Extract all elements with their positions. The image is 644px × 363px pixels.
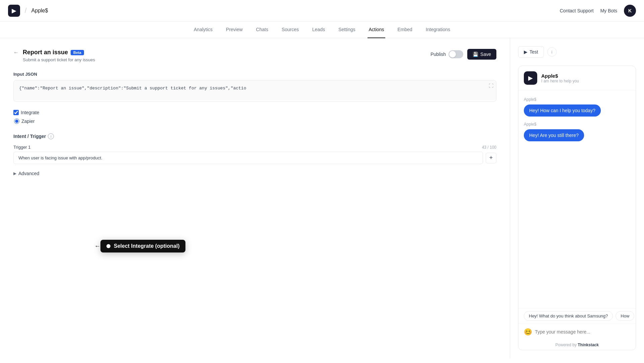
tooltip-arrow: ← <box>94 243 100 250</box>
chat-powered: Powered by Thinkstack <box>518 340 636 350</box>
page-header-left: ← Report an issue Beta Submit a support … <box>13 49 95 62</box>
trigger1-input[interactable] <box>13 152 483 164</box>
trigger1-label: Trigger 1 <box>13 145 31 150</box>
json-input-wrapper: ⛶ <box>13 80 496 102</box>
zapier-label: Zapier <box>21 119 35 124</box>
tab-sources[interactable]: Sources <box>280 21 300 38</box>
powered-by-label: Powered by <box>555 343 576 347</box>
intent-info-icon[interactable]: i <box>48 133 54 139</box>
chat-input-row: 😊 <box>518 323 636 340</box>
zapier-radio-label[interactable]: Zapier <box>14 119 496 124</box>
publish-label: Publish <box>430 52 446 57</box>
chat-info-icon[interactable]: i <box>547 47 557 57</box>
beta-badge: Beta <box>71 50 84 55</box>
nav-bar: Analytics Preview Chats Sources Leads Se… <box>0 21 644 38</box>
intent-section: Intent / Trigger i Trigger 1 43 / 100 + <box>13 133 496 164</box>
tooltip-text: Select Integrate (optional) <box>114 243 179 249</box>
contact-support-link[interactable]: Contact Support <box>560 8 593 13</box>
chat-group-2: Apple$ Hey! Are you still there? <box>524 122 630 141</box>
chat-sender-1: Apple$ <box>524 97 630 102</box>
chat-suggestions: Hey! What do you think about Samsung? Ho… <box>518 308 636 323</box>
zapier-radio[interactable] <box>14 119 19 124</box>
header-left: ▶ / Apple$ <box>8 5 48 17</box>
advanced-arrow-icon: ▶ <box>13 171 16 176</box>
page-header-right: Publish 💾 Save <box>430 49 496 60</box>
tab-integrations[interactable]: Integrations <box>424 21 452 38</box>
page-title-row: Report an issue Beta <box>23 49 95 56</box>
publish-toggle[interactable] <box>449 50 463 58</box>
left-content: ← Report an issue Beta Submit a support … <box>0 38 510 358</box>
logo-icon[interactable]: ▶ <box>8 5 20 17</box>
chat-bubble-1: Hey! How can I help you today? <box>524 104 601 117</box>
test-button[interactable]: ▶ Test <box>518 46 544 58</box>
integrate-row: Integrate <box>13 110 496 115</box>
powered-brand: Thinkstack <box>578 343 599 347</box>
tab-analytics[interactable]: Analytics <box>192 21 214 38</box>
bot-info: Apple$ I am here to help you <box>541 73 579 83</box>
page-subtitle: Submit a support ticket for any issues <box>23 57 95 62</box>
trigger-header-row: Trigger 1 43 / 100 <box>13 145 496 150</box>
save-icon: 💾 <box>473 52 478 57</box>
tooltip-dot <box>106 244 110 248</box>
emoji-button[interactable]: 😊 <box>524 328 532 336</box>
intent-trigger-label: Intent / Trigger <box>13 134 46 139</box>
publish-area: Publish <box>430 50 463 58</box>
suggestion-chip-2[interactable]: How <box>616 311 634 321</box>
page-title: Report an issue <box>23 49 68 56</box>
right-panel: ▶ Test i ▶ Apple$ I am here to help you … <box>510 38 644 358</box>
chat-sender-2: Apple$ <box>524 122 630 127</box>
expand-icon[interactable]: ⛶ <box>489 83 493 88</box>
test-row: ▶ Test i <box>518 46 636 58</box>
integrate-section: Integrate Zapier <box>13 110 496 124</box>
integrate-checkbox-label[interactable]: Integrate <box>13 110 39 115</box>
main-layout: ← Report an issue Beta Submit a support … <box>0 38 644 358</box>
suggestion-chip-1[interactable]: Hey! What do you think about Samsung? <box>524 311 613 321</box>
page-title-area: Report an issue Beta Submit a support ti… <box>23 49 95 62</box>
test-label: Test <box>530 49 538 55</box>
tab-settings[interactable]: Settings <box>337 21 357 38</box>
integrate-label: Integrate <box>21 110 39 115</box>
integrate-checkbox[interactable] <box>13 110 19 115</box>
breadcrumb-divider: / <box>25 7 27 14</box>
trigger-input-row: + <box>13 152 496 164</box>
advanced-label: Advanced <box>18 171 39 176</box>
tab-actions[interactable]: Actions <box>368 21 386 38</box>
bot-status: I am here to help you <box>541 79 579 83</box>
advanced-row[interactable]: ▶ Advanced <box>13 171 496 176</box>
chat-bubble-2: Hey! Are you still there? <box>524 129 584 141</box>
header-right: Contact Support My Bots K <box>560 5 636 17</box>
trigger1-count: 43 / 100 <box>482 145 496 150</box>
save-button[interactable]: 💾 Save <box>467 49 496 60</box>
json-input[interactable] <box>14 80 496 100</box>
user-avatar[interactable]: K <box>624 5 636 17</box>
chat-header: ▶ Apple$ I am here to help you <box>518 66 636 90</box>
tab-embed[interactable]: Embed <box>396 21 413 38</box>
test-play-icon: ▶ <box>524 49 528 55</box>
back-button[interactable]: ← <box>13 50 19 56</box>
save-label: Save <box>480 52 491 57</box>
chat-input[interactable] <box>535 329 630 335</box>
chat-group-1: Apple$ Hey! How can I help you today? <box>524 97 630 117</box>
bot-avatar-icon: ▶ <box>524 71 537 85</box>
tab-leads[interactable]: Leads <box>311 21 326 38</box>
header: ▶ / Apple$ Contact Support My Bots K <box>0 0 644 21</box>
tooltip-bubble: ← Select Integrate (optional) <box>100 240 185 252</box>
my-bots-link[interactable]: My Bots <box>600 8 617 13</box>
toggle-knob <box>449 51 456 58</box>
input-json-label: Input JSON <box>13 72 496 77</box>
bot-name: Apple$ <box>541 73 579 79</box>
intent-header: Intent / Trigger i <box>13 133 496 139</box>
add-trigger-button[interactable]: + <box>486 153 496 163</box>
tab-preview[interactable]: Preview <box>225 21 244 38</box>
chat-preview: ▶ Apple$ I am here to help you Apple$ He… <box>518 66 636 350</box>
logo-symbol: ▶ <box>12 7 16 14</box>
integrate-wrapper: Integrate Zapier ← Select Integrate (opt… <box>13 110 496 124</box>
tab-chats[interactable]: Chats <box>255 21 270 38</box>
app-name: Apple$ <box>31 8 48 14</box>
page-header: ← Report an issue Beta Submit a support … <box>13 49 496 62</box>
chat-messages: Apple$ Hey! How can I help you today? Ap… <box>518 90 636 308</box>
